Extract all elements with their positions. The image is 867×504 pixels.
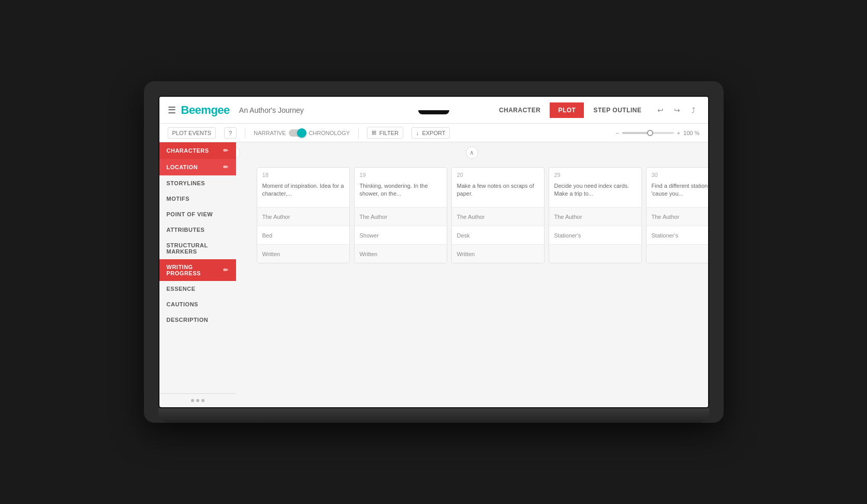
- toolbar-separator: [245, 128, 245, 138]
- sidebar-item-attributes[interactable]: ATTRIBUTES: [159, 222, 236, 238]
- cards-container: 18 Moment of inspiration. Idea for a cha…: [236, 142, 708, 276]
- plot-nav-btn[interactable]: PLOT: [550, 102, 584, 118]
- card-progress-0: Written: [257, 244, 349, 263]
- sidebar-characters-label: CHARACTERS: [167, 147, 209, 154]
- card-number-2: 20: [452, 168, 544, 180]
- card-character-2: The Author: [452, 207, 544, 226]
- toolbar-separator-2: [358, 128, 359, 138]
- sidebar-item-characters[interactable]: CHARACTERS ✏: [159, 142, 236, 159]
- card-character-1: The Author: [355, 207, 447, 226]
- laptop-base: [158, 408, 709, 423]
- plot-card-4[interactable]: 30 Find a different stationers, 'cause y…: [646, 167, 708, 263]
- characters-edit-icon[interactable]: ✏: [223, 147, 229, 154]
- card-progress-4: [646, 244, 708, 263]
- writing-progress-edit-icon[interactable]: ✏: [223, 266, 229, 274]
- sidebar-writing-progress-label: WRITING PROGRESS: [167, 264, 224, 276]
- filter-label: FILTER: [379, 130, 399, 136]
- undo-icon[interactable]: ↩: [654, 104, 667, 116]
- narrative-toggle[interactable]: NARRATIVE CHRONOLOGY: [254, 129, 350, 137]
- sidebar-attributes-label: ATTRIBUTES: [167, 227, 205, 233]
- card-progress-1: Written: [355, 244, 447, 263]
- sidebar-item-storylines[interactable]: STORYLINES: [159, 175, 236, 191]
- sidebar-essence-label: ESSENCE: [167, 286, 196, 292]
- app-logo: Beemgee: [181, 103, 230, 117]
- sidebar-dot-2: [196, 399, 199, 402]
- sidebar-structural-label: STRUCTURAL MARKERS: [167, 242, 229, 255]
- toggle-track[interactable]: [289, 129, 305, 137]
- sidebar-pov-label: POINT OF VIEW: [167, 211, 213, 217]
- card-progress-2: Written: [452, 244, 544, 263]
- plot-card-1[interactable]: 19 Thinking, wondering. In the shower, o…: [354, 167, 447, 263]
- content-area[interactable]: ‹ ∧ 18 Moment of inspiration. Idea for a…: [236, 142, 708, 407]
- sidebar-item-description[interactable]: DESCRIPTION: [159, 312, 236, 328]
- plot-card-2[interactable]: 20 Make a few notes on scraps of paper. …: [451, 167, 545, 263]
- sidebar-location-label: LOCATION: [167, 164, 198, 170]
- export-btn[interactable]: ↓ EXPORT: [412, 127, 450, 139]
- card-location-4: Stationer's: [646, 226, 708, 244]
- plot-card-0[interactable]: 18 Moment of inspiration. Idea for a cha…: [257, 167, 350, 263]
- toggle-thumb: [297, 128, 306, 138]
- character-nav-btn[interactable]: CHARACTER: [491, 102, 549, 118]
- sidebar: CHARACTERS ✏ LOCATION ✏ STORYLINES: [159, 142, 236, 407]
- project-title: An Author's Journey: [239, 106, 491, 114]
- card-description-2: Make a few notes on scraps of paper.: [452, 180, 544, 207]
- card-number-1: 19: [355, 168, 447, 180]
- card-description-1: Thinking, wondering. In the shower, on t…: [355, 180, 447, 207]
- sidebar-footer: [159, 393, 236, 407]
- card-location-2: Desk: [452, 226, 544, 244]
- sidebar-item-location[interactable]: LOCATION ✏: [159, 159, 236, 175]
- location-edit-icon[interactable]: ✏: [223, 164, 229, 171]
- zoom-value: 100 %: [683, 130, 699, 136]
- chronology-label: CHRONOLOGY: [308, 130, 349, 136]
- collapse-top-btn[interactable]: ∧: [466, 146, 478, 159]
- card-number-0: 18: [257, 168, 349, 180]
- card-location-1: Shower: [355, 226, 447, 244]
- nav-buttons: CHARACTER PLOT STEP OUTLINE: [491, 102, 650, 118]
- card-location-3: Stationer's: [549, 226, 641, 244]
- zoom-minus-btn[interactable]: −: [615, 130, 619, 136]
- card-location-0: Bed: [257, 226, 349, 244]
- sidebar-item-motifs[interactable]: MOTIFS: [159, 191, 236, 206]
- sidebar-description-label: DESCRIPTION: [167, 317, 209, 323]
- narrative-label: NARRATIVE: [254, 130, 286, 136]
- help-btn[interactable]: ?: [224, 127, 237, 139]
- sidebar-content: CHARACTERS ✏ LOCATION ✏ STORYLINES: [159, 142, 236, 393]
- filter-icon: ⊞: [372, 129, 376, 136]
- toolbar: PLOT EVENTS ? NARRATIVE CHRONOLOGY: [159, 124, 708, 142]
- export-label: EXPORT: [422, 130, 445, 136]
- help-label: ?: [229, 130, 232, 136]
- zoom-plus-btn[interactable]: +: [677, 130, 680, 136]
- card-number-3: 29: [549, 168, 641, 180]
- sidebar-storylines-label: STORYLINES: [167, 180, 205, 186]
- card-description-3: Decide you need index cards. Make a trip…: [549, 180, 641, 207]
- card-progress-3: [549, 244, 641, 263]
- card-description-0: Moment of inspiration. Idea for a charac…: [257, 180, 349, 207]
- step-outline-nav-btn[interactable]: STEP OUTLINE: [585, 102, 650, 118]
- zoom-slider[interactable]: [622, 132, 674, 134]
- sidebar-item-pov[interactable]: POINT OF VIEW: [159, 206, 236, 222]
- card-character-3: The Author: [549, 207, 641, 226]
- sidebar-item-structural-markers[interactable]: STRUCTURAL MARKERS: [159, 238, 236, 259]
- sidebar-dot-3: [201, 399, 204, 402]
- card-description-4: Find a different stationers, 'cause you.…: [646, 180, 708, 207]
- card-character-0: The Author: [257, 207, 349, 226]
- sidebar-dot-1: [191, 399, 194, 402]
- export-icon: ↓: [416, 130, 419, 136]
- card-character-4: The Author: [646, 207, 708, 226]
- nav-icons: ↩ ↪ ⤴: [654, 104, 700, 116]
- share-icon[interactable]: ⤴: [687, 104, 700, 116]
- sidebar-item-writing-progress[interactable]: WRITING PROGRESS ✏: [159, 259, 236, 281]
- plot-card-3[interactable]: 29 Decide you need index cards. Make a t…: [549, 167, 642, 263]
- zoom-control: − + 100 %: [615, 130, 699, 136]
- main-layout: CHARACTERS ✏ LOCATION ✏ STORYLINES: [159, 142, 708, 407]
- redo-icon[interactable]: ↪: [671, 104, 683, 116]
- card-number-4: 30: [646, 168, 708, 180]
- sidebar-item-essence[interactable]: ESSENCE: [159, 281, 236, 297]
- plot-events-label: PLOT EVENTS: [172, 130, 212, 136]
- plot-events-btn[interactable]: PLOT EVENTS: [168, 127, 216, 139]
- filter-btn[interactable]: ⊞ FILTER: [367, 127, 403, 139]
- sidebar-motifs-label: MOTIFS: [167, 196, 190, 202]
- sidebar-item-cautions[interactable]: CAUTIONS: [159, 297, 236, 312]
- sidebar-cautions-label: CAUTIONS: [167, 301, 198, 307]
- menu-icon[interactable]: ☰: [168, 105, 176, 116]
